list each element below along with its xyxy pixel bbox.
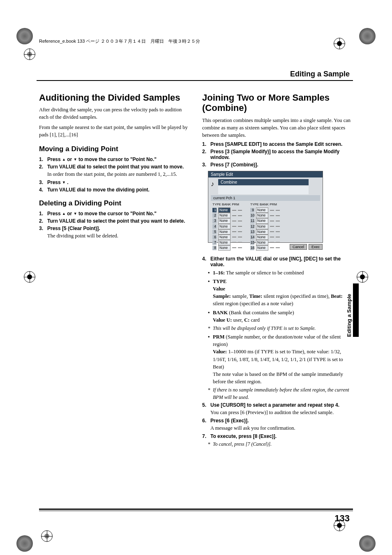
waveform-icon: ♪ bbox=[211, 180, 214, 188]
registration-mark bbox=[24, 48, 35, 60]
bullet-text: The note value is based on the BPM of th… bbox=[213, 371, 353, 385]
step-number: 2. bbox=[39, 218, 47, 224]
bullet-text: Sample: sample, Time: silent region (spe… bbox=[213, 292, 353, 307]
heading-moving: Moving a Dividing Point bbox=[39, 145, 190, 153]
step-sub: A message will ask you for confirmation. bbox=[210, 424, 353, 432]
table-row: 12None bbox=[250, 224, 280, 229]
shot-col-header: TYPE BANK PRM bbox=[250, 203, 280, 207]
table-row: 11None bbox=[250, 218, 280, 223]
step-text: Turn VALUE dial to select the point that… bbox=[47, 218, 185, 224]
down-arrow-icon bbox=[62, 180, 66, 185]
table-row: 10None bbox=[250, 213, 280, 218]
shot-title: Sample Edit bbox=[208, 171, 323, 177]
side-tab bbox=[353, 283, 359, 337]
step-text: Press [6 (Exec)]. bbox=[210, 418, 249, 424]
page-frame: Editing a Sample Auditioning the Divided… bbox=[39, 29, 353, 526]
shot-combine-label: Combine bbox=[218, 179, 309, 185]
step-number: 7. bbox=[202, 433, 210, 439]
heading-auditioning: Auditioning the Divided Samples bbox=[39, 92, 190, 103]
bullet-text: (Sample number, or the duration/note val… bbox=[213, 334, 341, 347]
note-text: To cancel, press [7 (Cancel)]. bbox=[213, 441, 272, 448]
table-row: 14None bbox=[250, 235, 280, 240]
right-column: Joining Two or More Samples (Combine) Th… bbox=[202, 92, 353, 449]
print-corner-tl bbox=[16, 28, 33, 44]
step-text: to move the cursor to "Point No." bbox=[77, 211, 157, 216]
table-row: 2None bbox=[212, 213, 242, 218]
table-row: 7None bbox=[212, 240, 242, 245]
table-row: 8None bbox=[212, 245, 242, 251]
registration-mark bbox=[357, 271, 368, 283]
bullet-label: 1–16: bbox=[213, 270, 225, 276]
step-text: Use [CURSOR] to select a parameter and r… bbox=[210, 402, 339, 408]
step-number: 1. bbox=[39, 211, 47, 216]
note-star-icon: * bbox=[208, 325, 213, 332]
note-text: If there is no sample immediately before… bbox=[213, 387, 353, 401]
note-text: This will be displayed only if TYPE is s… bbox=[213, 325, 316, 332]
side-tab-label: Editing a Sample bbox=[346, 275, 352, 337]
paragraph: This operation combines multiple samples… bbox=[202, 117, 353, 139]
table-row: 1None bbox=[212, 207, 242, 213]
print-corner-br bbox=[359, 535, 376, 552]
bullet-icon: • bbox=[208, 309, 213, 324]
exec-button[interactable]: Exec bbox=[309, 244, 323, 250]
down-arrow-icon bbox=[74, 211, 77, 216]
step-text: to move the cursor to "Point No." bbox=[77, 157, 157, 162]
step-text: Press [3 (Sample Modify)] to access the … bbox=[210, 149, 339, 160]
table-row: 13None bbox=[250, 229, 280, 235]
step-number: 6. bbox=[202, 418, 210, 432]
step-text: Turn VALUE dial to select the point that… bbox=[47, 164, 184, 170]
ui-screenshot: Sample Edit ♪ Combine current Pch 1 TYPE… bbox=[208, 171, 323, 243]
bullet-label: TYPE bbox=[213, 279, 226, 284]
step-text: Press [7 (Combine)]. bbox=[210, 162, 258, 168]
table-row: 6None bbox=[212, 235, 242, 240]
paragraph: After dividing the sample, you can press… bbox=[39, 106, 190, 121]
step-text: Turn VALUE dial to move the dividing poi… bbox=[47, 187, 150, 193]
heading-deleting: Deleting a Dividing Point bbox=[39, 199, 190, 207]
note-star-icon: * bbox=[208, 387, 213, 401]
step-number: 1. bbox=[202, 141, 210, 147]
up-arrow-icon bbox=[62, 211, 66, 216]
step-number: 2. bbox=[202, 149, 210, 160]
up-arrow-icon bbox=[62, 157, 66, 162]
table-row: 5None bbox=[212, 229, 242, 235]
bullet-label: PRM bbox=[213, 334, 224, 340]
cancel-button[interactable]: Cancel bbox=[290, 244, 307, 250]
table-row: 15None bbox=[250, 240, 280, 245]
shot-col-header: TYPE BANK PRM bbox=[212, 203, 242, 207]
print-corner-tr bbox=[359, 28, 376, 44]
step-number: 1. bbox=[39, 157, 47, 162]
print-corner-bl bbox=[16, 535, 33, 552]
step-number: 3. bbox=[39, 226, 47, 240]
step-number: 3. bbox=[39, 180, 47, 185]
bullet-icon: • bbox=[208, 333, 213, 385]
bullet-icon: • bbox=[208, 278, 213, 308]
bullet-sub: Value: 1–10000 ms (if TYPE is set to Tim… bbox=[213, 348, 353, 370]
step-text: Press bbox=[47, 157, 62, 162]
left-column: Auditioning the Divided Samples After di… bbox=[39, 92, 190, 449]
table-row: 16None bbox=[250, 245, 280, 251]
note-star-icon: * bbox=[208, 441, 213, 448]
registration-mark bbox=[24, 271, 35, 283]
table-row: 9None bbox=[250, 207, 280, 213]
step-sub: You can press [6 (Preview)] to audition … bbox=[210, 409, 353, 416]
step-number: 3. bbox=[202, 162, 210, 168]
bullet-label: BANK bbox=[213, 310, 228, 315]
bullet-text: The sample or silence to be combined bbox=[225, 270, 304, 276]
shot-current: current Pch 1 bbox=[211, 195, 320, 201]
step-number: 4. bbox=[39, 187, 47, 193]
heading-joining: Joining Two or More Samples (Combine) bbox=[202, 92, 353, 113]
down-arrow-icon bbox=[74, 157, 77, 162]
step-number: 2. bbox=[39, 164, 47, 178]
step-text: To execute, press [8 (Exec)]. bbox=[210, 433, 277, 439]
step-text: . bbox=[66, 180, 69, 185]
table-row: 3None bbox=[212, 218, 242, 223]
step-text: Either turn the VALUE dial or use [INC],… bbox=[210, 256, 341, 267]
step-text: Press [5 (Clear Point)]. bbox=[47, 226, 100, 231]
bottom-rule bbox=[39, 509, 353, 510]
table-row: 4None bbox=[212, 224, 242, 229]
bullet-sub: Value bbox=[213, 286, 225, 292]
bullet-text: (Bank that contains the sample) bbox=[228, 310, 294, 315]
shot-waveform bbox=[218, 186, 309, 194]
registration-mark bbox=[41, 530, 53, 542]
step-sub: The dividing point will be deleted. bbox=[47, 232, 190, 240]
